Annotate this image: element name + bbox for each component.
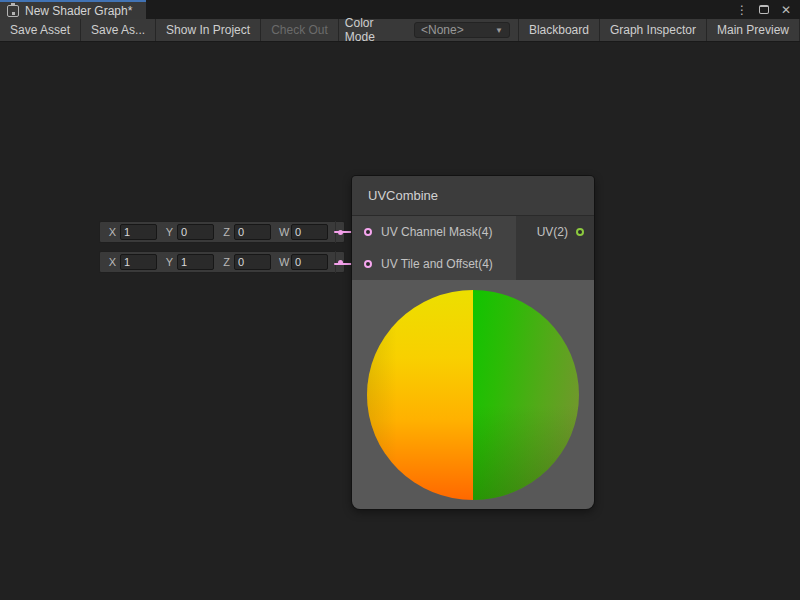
output-port-icon[interactable] [576, 228, 584, 236]
vector-value-input[interactable] [234, 254, 271, 270]
field-label-z: Z [222, 256, 231, 268]
vector-field-x: X [108, 224, 157, 240]
shader-graph-toolbar: Save Asset Save As... Show In Project Ch… [0, 19, 800, 42]
color-mode-dropdown[interactable]: <None> ▼ [414, 22, 510, 38]
check-out-button: Check Out [261, 19, 339, 41]
graph-inspector-toggle-button[interactable]: Graph Inspector [600, 19, 707, 41]
vector-value-input[interactable] [120, 224, 157, 240]
tab-new-shader-graph[interactable]: New Shader Graph* [0, 0, 146, 19]
uvcombine-node[interactable]: UVCombine UV Channel Mask(4) UV Tile and… [352, 176, 594, 509]
field-label-y: Y [165, 226, 174, 238]
graph-canvas[interactable]: X Y Z W X Y Z W [0, 42, 800, 599]
window-controls: ⋮ ✕ [735, 0, 800, 19]
show-in-project-button[interactable]: Show In Project [156, 19, 261, 41]
vector-value-input[interactable] [177, 254, 214, 270]
vector-field-y: Y [165, 224, 214, 240]
vector-field-w: W [279, 254, 328, 270]
node-input-ports: UV Channel Mask(4) UV Tile and Offset(4) [352, 216, 516, 280]
field-label-x: X [108, 256, 117, 268]
uv-preview-sphere [367, 290, 579, 500]
field-label-w: W [279, 256, 288, 268]
blackboard-toggle-button[interactable]: Blackboard [518, 19, 600, 41]
input-port-uv-tile-offset: UV Tile and Offset(4) [352, 248, 516, 280]
input-port-icon[interactable] [364, 228, 372, 236]
sphere-left-half [367, 290, 473, 500]
output-port-uv: UV(2) [516, 216, 594, 248]
save-asset-button[interactable]: Save Asset [0, 19, 81, 41]
node-output-ports: UV(2) [516, 216, 594, 280]
save-as-button[interactable]: Save As... [81, 19, 156, 41]
maximize-box-glyph [759, 5, 769, 14]
field-label-y: Y [165, 256, 174, 268]
color-mode-value: <None> [421, 23, 464, 37]
input-port-icon[interactable] [364, 260, 372, 268]
vector-field-y: Y [165, 254, 214, 270]
input-port-uv-channel-mask: UV Channel Mask(4) [352, 216, 516, 248]
node-preview [352, 280, 594, 509]
vector-field-w: W [279, 224, 328, 240]
vector-value-input[interactable] [291, 224, 328, 240]
close-icon[interactable]: ✕ [779, 2, 793, 18]
vector-field-z: Z [222, 224, 271, 240]
field-label-w: W [279, 226, 288, 238]
node-body: UV Channel Mask(4) UV Tile and Offset(4)… [352, 216, 594, 280]
maximize-icon[interactable] [757, 2, 771, 18]
input-port-label: UV Channel Mask(4) [381, 225, 492, 239]
node-header[interactable]: UVCombine [352, 176, 594, 216]
chevron-down-icon: ▼ [495, 26, 503, 35]
vector-value-input[interactable] [234, 224, 271, 240]
vector-output-connector[interactable] [335, 251, 344, 273]
color-mode-label: Color Mode [339, 19, 414, 41]
input-port-label: UV Tile and Offset(4) [381, 257, 493, 271]
shader-graph-icon [7, 5, 19, 17]
tab-title: New Shader Graph* [25, 4, 132, 18]
kebab-menu-icon[interactable]: ⋮ [735, 2, 749, 18]
vector-field-x: X [108, 254, 157, 270]
vector-value-input[interactable] [291, 254, 328, 270]
field-label-z: Z [222, 226, 231, 238]
vector-value-input[interactable] [120, 254, 157, 270]
vector4-input-row: X Y Z W [99, 251, 345, 273]
sphere-right-half [473, 290, 579, 500]
field-label-x: X [108, 226, 117, 238]
vector4-input-row: X Y Z W [99, 221, 345, 243]
vector-field-z: Z [222, 254, 271, 270]
main-preview-toggle-button[interactable]: Main Preview [707, 19, 800, 41]
vector-value-input[interactable] [177, 224, 214, 240]
output-port-label: UV(2) [537, 225, 568, 239]
node-title: UVCombine [368, 188, 438, 203]
